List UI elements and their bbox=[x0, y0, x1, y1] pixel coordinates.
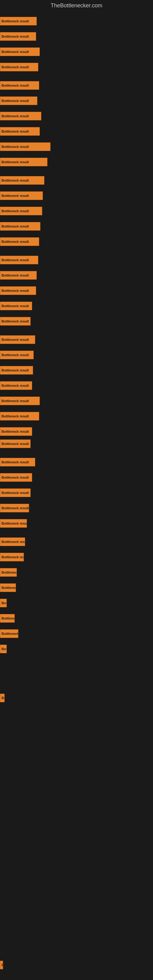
bar-item: Bottleneck result bbox=[0, 439, 30, 448]
bar-item: Bottleneck result bbox=[0, 302, 32, 310]
site-title: TheBottlenecker.com bbox=[0, 0, 153, 11]
bar-item: Bottleneck result bbox=[0, 17, 37, 25]
bar-label: Bottleneck result bbox=[2, 368, 29, 372]
bar-label: Bottleneck result bbox=[2, 258, 29, 262]
bar-item: Bottleneck result bbox=[0, 629, 18, 638]
bar-item: Bottleneck result bbox=[0, 207, 42, 215]
bar-label: Bottleneck result bbox=[2, 696, 4, 700]
bar-label: Bottleneck result bbox=[2, 384, 29, 387]
bar-item: Bottleneck result bbox=[0, 222, 40, 231]
bar-label: Bottleneck result bbox=[2, 555, 24, 559]
bar-item: Bottleneck result bbox=[0, 32, 36, 41]
bar-item: Bottleneck result bbox=[0, 519, 27, 528]
bar-label: Bottleneck result bbox=[2, 114, 29, 118]
bar-item: Bottleneck result bbox=[0, 286, 36, 295]
bar-item: Bottleneck result bbox=[0, 961, 3, 969]
bar-label: Bottleneck result bbox=[2, 224, 29, 228]
bar-label: Bottleneck result bbox=[2, 506, 29, 510]
bar-label: Bottleneck result bbox=[2, 442, 29, 445]
bar-label: Bottleneck result bbox=[2, 304, 29, 308]
bar-item: Bottleneck result bbox=[0, 645, 7, 653]
chart-area: Bottleneck resultBottleneck resultBottle… bbox=[0, 11, 153, 976]
bar-label: Bottleneck result bbox=[2, 50, 29, 54]
bar-item: Bottleneck result bbox=[0, 396, 40, 405]
bar-item: Bottleneck result bbox=[0, 568, 17, 577]
bar-label: Bottleneck result bbox=[2, 399, 29, 403]
bar-item: Bottleneck result bbox=[0, 412, 39, 420]
bar-label: Bottleneck result bbox=[2, 65, 29, 69]
bar-label: Bottleneck result bbox=[2, 491, 29, 495]
bar-item: Bottleneck result bbox=[0, 381, 32, 390]
bar-item: Bottleneck result bbox=[0, 366, 33, 375]
bar-label: Bottleneck result bbox=[2, 178, 29, 182]
bar-label: Bottleneck result bbox=[2, 240, 29, 243]
bar-label: Bottleneck result bbox=[2, 289, 29, 293]
bar-label: Bottleneck result bbox=[2, 632, 18, 635]
bar-label: Bottleneck result bbox=[2, 601, 6, 605]
bar-label: Bottleneck result bbox=[2, 586, 16, 590]
bar-label: Bottleneck result bbox=[2, 571, 16, 574]
bar-item: Bottleneck result bbox=[0, 256, 38, 264]
bar-item: Bottleneck result bbox=[0, 614, 15, 623]
bar-label: Bottleneck result bbox=[2, 353, 29, 357]
bar-item: Bottleneck result bbox=[0, 191, 43, 200]
bar-item: Bottleneck result bbox=[0, 538, 25, 546]
bar-label: Bottleneck result bbox=[2, 616, 14, 620]
bar-item: Bottleneck result bbox=[0, 458, 35, 466]
bar-label: Bottleneck result bbox=[2, 274, 29, 277]
bar-item: Bottleneck result bbox=[0, 112, 41, 120]
bar-item: Bottleneck result bbox=[0, 488, 30, 497]
bar-label: Bottleneck result bbox=[2, 130, 29, 133]
bar-label: Bottleneck result bbox=[2, 194, 29, 197]
bar-item: Bottleneck result bbox=[0, 694, 5, 702]
bar-label: Bottleneck result bbox=[2, 19, 29, 23]
bar-item: Bottleneck result bbox=[0, 97, 37, 105]
bar-label: Bottleneck result bbox=[2, 414, 29, 418]
bar-item: Bottleneck result bbox=[0, 335, 35, 344]
bar-item: Bottleneck result bbox=[0, 176, 45, 185]
bar-item: Bottleneck result bbox=[0, 599, 7, 607]
bar-label: Bottleneck result bbox=[2, 84, 29, 87]
bar-item: Bottleneck result bbox=[0, 473, 32, 482]
bar-item: Bottleneck result bbox=[0, 142, 51, 151]
bar-item: Bottleneck result bbox=[0, 317, 30, 326]
bar-label: Bottleneck result bbox=[2, 540, 25, 544]
bar-item: Bottleneck result bbox=[0, 63, 38, 72]
bar-label: Bottleneck result bbox=[2, 209, 29, 213]
bar-item: Bottleneck result bbox=[0, 427, 32, 436]
bar-label: Bottleneck result bbox=[2, 35, 29, 38]
bar-label: Bottleneck result bbox=[2, 145, 29, 148]
bar-item: Bottleneck result bbox=[0, 584, 16, 592]
bar-label: Bottleneck result bbox=[2, 647, 6, 651]
bar-item: Bottleneck result bbox=[0, 237, 39, 246]
bar-label: Bottleneck result bbox=[2, 963, 3, 967]
bar-label: Bottleneck result bbox=[2, 160, 29, 164]
bar-label: Bottleneck result bbox=[2, 338, 29, 342]
bar-item: Bottleneck result bbox=[0, 504, 29, 512]
bar-label: Bottleneck result bbox=[2, 320, 29, 323]
bar-item: Bottleneck result bbox=[0, 81, 39, 90]
bar-label: Bottleneck result bbox=[2, 522, 27, 525]
bar-item: Bottleneck result bbox=[0, 158, 48, 166]
bar-label: Bottleneck result bbox=[2, 99, 29, 103]
bar-label: Bottleneck result bbox=[2, 460, 29, 464]
bar-item: Bottleneck result bbox=[0, 553, 24, 562]
bar-label: Bottleneck result bbox=[2, 430, 29, 433]
bar-label: Bottleneck result bbox=[2, 476, 29, 479]
bar-item: Bottleneck result bbox=[0, 271, 37, 280]
bar-item: Bottleneck result bbox=[0, 48, 40, 56]
bar-item: Bottleneck result bbox=[0, 127, 40, 136]
bar-item: Bottleneck result bbox=[0, 351, 33, 359]
